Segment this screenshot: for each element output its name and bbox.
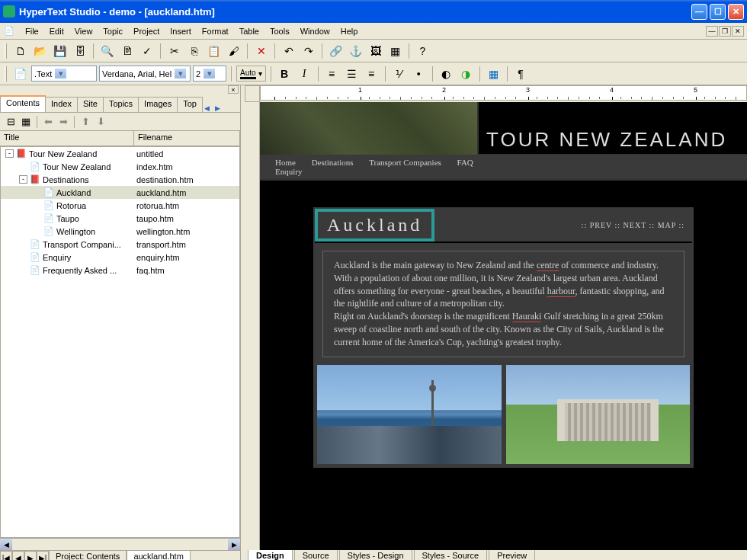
size-combo[interactable]: 2▾ (193, 66, 226, 82)
tree-row[interactable]: -📕Destinationsdestination.htm (1, 173, 239, 186)
tree-row[interactable]: -📕Tour New Zealanduntitled (1, 147, 239, 160)
menu-project[interactable]: Project (128, 25, 165, 37)
page-links[interactable]: :: PREV :: NEXT :: MAP :: (434, 209, 692, 242)
move-up-icon[interactable]: ⬆ (78, 114, 93, 130)
color-auto-button[interactable]: Auto▾ (236, 66, 266, 82)
tab-styles-design[interactable]: Styles - Design (339, 550, 412, 560)
menu-table[interactable]: Table (234, 25, 264, 37)
panel-hscrollbar[interactable]: ◀▶ (0, 538, 240, 550)
tree-row[interactable]: 📄Enquiryenquiry.htm (1, 251, 239, 264)
tab-nav-first[interactable]: |◀ (0, 551, 12, 560)
copy-icon[interactable]: ⎘ (185, 42, 203, 59)
vertical-ruler[interactable] (245, 102, 260, 550)
save-icon[interactable]: 💾 (51, 42, 69, 59)
tree-row[interactable]: 📄Wellingtonwellington.htm (1, 225, 239, 238)
view-tree-icon[interactable]: ⊟ (3, 114, 18, 130)
paragraph-icon[interactable]: 📄 (11, 65, 29, 82)
tab-scroll-right[interactable]: ▶ (213, 104, 223, 112)
print-icon[interactable]: 🖹 (118, 42, 136, 59)
tab-design[interactable]: Design (248, 550, 293, 560)
menu-window[interactable]: Window (295, 25, 335, 37)
open-icon[interactable]: 📂 (31, 42, 49, 59)
anchor-icon[interactable]: ⚓ (347, 42, 364, 59)
tree-row[interactable]: 📄Aucklandauckland.htm (1, 186, 239, 199)
col-title[interactable]: Title (0, 131, 134, 146)
tree-row[interactable]: 📄Frequently Asked ...faq.htm (1, 264, 239, 277)
tab-index[interactable]: Index (45, 97, 78, 112)
redo-icon[interactable]: ↷ (300, 42, 317, 59)
tab-current-file[interactable]: auckland.htm (127, 551, 190, 560)
tab-nav-prev[interactable]: ◀ (12, 551, 24, 560)
save-all-icon[interactable]: 🗄 (71, 42, 88, 59)
align-center-icon[interactable]: ☰ (343, 65, 361, 82)
view-grid-icon[interactable]: ▦ (18, 114, 34, 130)
move-down-icon[interactable]: ⬇ (93, 114, 108, 130)
mdi-minimize-button[interactable]: — (706, 26, 718, 37)
nav-enquiry[interactable]: Enquiry (275, 167, 302, 176)
show-formatting-icon[interactable]: ¶ (512, 65, 530, 82)
minimize-button[interactable]: — (691, 4, 707, 20)
insert-table-icon[interactable]: ▦ (485, 65, 502, 82)
panel-close-button[interactable]: × (228, 85, 239, 94)
tab-source[interactable]: Source (294, 550, 338, 560)
tab-styles-source[interactable]: Styles - Source (414, 550, 488, 560)
menu-edit[interactable]: Edit (44, 25, 69, 37)
cut-icon[interactable]: ✂ (165, 42, 183, 59)
menu-topic[interactable]: Topic (98, 25, 128, 37)
nav-faq[interactable]: FAQ (457, 158, 473, 167)
tree-row[interactable]: 📄Transport Compani...transport.htm (1, 238, 239, 251)
font-combo[interactable]: Verdana, Arial, Hel▾ (99, 66, 191, 82)
nav-forward-icon[interactable]: ➡ (56, 114, 71, 130)
superscript-icon[interactable]: ◑ (457, 65, 475, 82)
toolbar-grip[interactable] (5, 66, 7, 82)
col-filename[interactable]: Filename (134, 131, 240, 146)
menu-file[interactable]: File (20, 25, 44, 37)
spellcheck-icon[interactable]: ✓ (138, 42, 155, 59)
tab-preview[interactable]: Preview (489, 550, 535, 560)
tree-row[interactable]: 📄Rotoruarotorua.htm (1, 199, 239, 212)
menu-help[interactable]: Help (335, 25, 364, 37)
nav-home[interactable]: Home (275, 158, 296, 167)
undo-icon[interactable]: ↶ (280, 42, 297, 59)
paste-icon[interactable]: 📋 (205, 42, 223, 59)
tab-topics[interactable]: Topics (103, 97, 139, 112)
tab-site[interactable]: Site (77, 97, 104, 112)
table-icon[interactable]: ▦ (386, 42, 404, 59)
close-button[interactable]: ✕ (728, 4, 744, 20)
align-left-icon[interactable]: ≡ (323, 65, 341, 82)
numbered-list-icon[interactable]: ⅟ (390, 65, 408, 82)
maximize-button[interactable]: ☐ (710, 4, 726, 20)
preview-icon[interactable]: 🔍 (98, 42, 116, 59)
new-icon[interactable]: 🗋 (11, 42, 29, 59)
horizontal-ruler[interactable]: 12345 (260, 85, 747, 101)
design-canvas[interactable]: TOUR NEW ZEALAND Home Destinations Trans… (260, 102, 747, 550)
link-icon[interactable]: 🔗 (327, 42, 345, 59)
bold-button[interactable]: B (276, 65, 293, 82)
italic-button[interactable]: I (296, 65, 313, 82)
tab-contents[interactable]: Contents (0, 95, 46, 112)
tab-nav-last[interactable]: ▶| (37, 551, 49, 560)
nav-destinations[interactable]: Destinations (312, 158, 354, 167)
tree-toggle[interactable]: - (5, 149, 14, 158)
image-icon[interactable]: 🖼 (367, 42, 384, 59)
tab-nav-next[interactable]: ▶ (24, 551, 37, 560)
align-right-icon[interactable]: ≡ (363, 65, 380, 82)
delete-icon[interactable]: ✕ (252, 42, 270, 59)
menu-insert[interactable]: Insert (165, 25, 197, 37)
menu-view[interactable]: View (69, 25, 98, 37)
format-painter-icon[interactable]: 🖌 (225, 42, 242, 59)
tree-row[interactable]: 📄Taupotaupo.htm (1, 212, 239, 225)
tab-scroll-left[interactable]: ◀ (202, 104, 213, 112)
tab-project-contents[interactable]: Project: Contents (49, 551, 127, 560)
bullet-list-icon[interactable]: • (410, 65, 428, 82)
subscript-icon[interactable]: ◐ (438, 65, 455, 82)
mdi-close-button[interactable]: ✕ (732, 26, 744, 37)
nav-transport[interactable]: Transport Companies (369, 158, 441, 167)
toolbar-grip[interactable] (5, 43, 7, 59)
menu-format[interactable]: Format (197, 25, 234, 37)
nav-back-icon[interactable]: ⬅ (40, 114, 56, 130)
help-icon[interactable]: ? (414, 42, 431, 59)
tree-row[interactable]: 📄Tour New Zealandindex.htm (1, 160, 239, 173)
menu-tools[interactable]: Tools (264, 25, 295, 37)
tab-images[interactable]: Images (138, 97, 178, 112)
